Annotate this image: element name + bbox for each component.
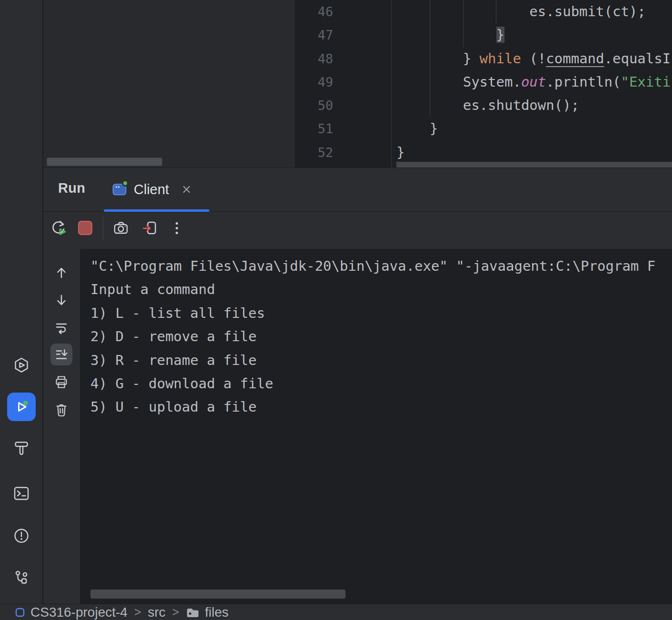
code-token: .println( bbox=[546, 74, 621, 90]
variable-token: command bbox=[546, 50, 604, 67]
stop-button[interactable] bbox=[75, 217, 96, 238]
version-control-icon bbox=[12, 569, 31, 588]
build-icon bbox=[12, 439, 31, 458]
console-line: 4) G - download a file bbox=[90, 372, 672, 395]
code-token: es.submit(ct); bbox=[396, 3, 646, 20]
code-token: .equalsI bbox=[604, 50, 671, 67]
code-line: } bbox=[396, 117, 672, 140]
code-token bbox=[396, 27, 496, 43]
services-icon bbox=[12, 356, 31, 375]
toolbar-divider bbox=[103, 217, 103, 240]
matched-brace: } bbox=[496, 27, 504, 43]
more-options-button[interactable] bbox=[166, 217, 187, 238]
code-token: es.shutdown(); bbox=[396, 97, 579, 113]
code-token: } bbox=[396, 50, 480, 67]
prev-occurrence-button[interactable] bbox=[50, 262, 72, 284]
terminal-icon bbox=[12, 484, 31, 503]
console-line: 5) U - upload a file bbox=[90, 395, 672, 419]
stop-icon bbox=[78, 221, 92, 235]
tool-window-stripe bbox=[0, 0, 43, 604]
active-tab-indicator bbox=[104, 209, 209, 212]
console-output[interactable]: "C:\Program Files\Java\jdk-20\bin\java.e… bbox=[80, 249, 672, 604]
print-icon bbox=[53, 374, 69, 390]
thread-dump-button[interactable] bbox=[110, 217, 131, 238]
breadcrumb-separator: > bbox=[134, 605, 141, 619]
clear-all-button[interactable] bbox=[50, 399, 72, 421]
editor-hscrollbar[interactable] bbox=[396, 162, 672, 167]
field-token: out bbox=[521, 74, 546, 90]
line-number: 49 bbox=[296, 70, 391, 94]
status-bar: CS316-project-4 > src > files bbox=[0, 604, 672, 620]
console-line: 1) L - list all files bbox=[90, 302, 672, 325]
tool-window-title: Run bbox=[58, 180, 85, 196]
ide-window: 46 47 48 49 50 51 52 es.submit(ct); } } … bbox=[0, 0, 672, 620]
line-number: 48 bbox=[296, 47, 391, 70]
breadcrumb-separator: > bbox=[172, 605, 179, 619]
attach-button[interactable] bbox=[139, 217, 160, 238]
code-token: } bbox=[396, 144, 405, 160]
print-button[interactable] bbox=[50, 371, 72, 393]
running-indicator bbox=[122, 180, 128, 187]
close-icon[interactable] bbox=[181, 184, 192, 195]
code-line: } bbox=[396, 141, 672, 161]
code-line: es.submit(ct); bbox=[396, 0, 672, 23]
tab-client[interactable]: Client bbox=[104, 168, 200, 211]
scroll-to-end-button[interactable] bbox=[50, 344, 72, 365]
sidebar-item-build[interactable] bbox=[12, 439, 31, 458]
sidebar-item-problems[interactable] bbox=[12, 526, 31, 545]
run-header: Run Client bbox=[43, 168, 672, 212]
console-line: 3) R - rename a file bbox=[90, 349, 672, 372]
next-occurrence-button[interactable] bbox=[50, 289, 72, 311]
breadcrumb-files[interactable]: files bbox=[205, 605, 228, 620]
folder-icon bbox=[186, 606, 200, 619]
tab-label: Client bbox=[134, 182, 169, 197]
clear-all-icon bbox=[53, 402, 69, 418]
editor-gutter[interactable]: 46 47 48 49 50 51 52 bbox=[296, 0, 392, 167]
line-number: 47 bbox=[296, 23, 391, 47]
scroll-to-end-icon bbox=[53, 346, 69, 363]
code-area[interactable]: es.submit(ct); } } while (!command.equal… bbox=[396, 0, 672, 161]
console-hscrollbar[interactable] bbox=[90, 590, 346, 599]
run-icon bbox=[12, 397, 31, 416]
client-window-icon bbox=[112, 182, 127, 197]
code-line: es.shutdown(); bbox=[396, 94, 672, 117]
line-number: 51 bbox=[296, 117, 391, 140]
sidebar-item-services[interactable] bbox=[12, 356, 31, 375]
console-line: "C:\Program Files\Java\jdk-20\bin\java.e… bbox=[90, 255, 672, 278]
breadcrumb-project[interactable]: CS316-project-4 bbox=[30, 605, 128, 620]
code-token: } bbox=[396, 120, 438, 137]
line-number: 46 bbox=[296, 0, 391, 23]
more-options-icon bbox=[176, 222, 178, 234]
sidebar-item-run[interactable] bbox=[7, 393, 36, 421]
code-token: System. bbox=[396, 74, 521, 90]
code-line: } bbox=[396, 23, 672, 47]
project-panel bbox=[43, 0, 295, 167]
project-panel-hscrollbar[interactable] bbox=[47, 157, 162, 166]
sidebar-item-terminal[interactable] bbox=[12, 484, 31, 503]
sidebar-item-version-control[interactable] bbox=[12, 569, 31, 588]
arrow-down-icon bbox=[53, 292, 69, 308]
soft-wrap-icon bbox=[53, 319, 69, 335]
thread-dump-icon bbox=[112, 219, 129, 236]
console-line: 2) D - remove a file bbox=[90, 325, 672, 348]
arrow-up-icon bbox=[53, 265, 69, 281]
rerun-button[interactable] bbox=[48, 217, 69, 238]
attach-icon bbox=[141, 219, 158, 236]
code-token: (! bbox=[521, 50, 546, 67]
line-number: 52 bbox=[296, 141, 391, 164]
rerun-icon bbox=[50, 219, 67, 236]
line-number: 50 bbox=[296, 94, 391, 117]
code-line: System.out.println("Exiti bbox=[396, 70, 672, 94]
console-line: Input a command bbox=[90, 278, 672, 301]
console-toolbar bbox=[43, 249, 80, 604]
keyword-token: while bbox=[480, 50, 521, 67]
code-line: } while (!command.equalsI bbox=[396, 47, 672, 70]
problems-icon bbox=[12, 526, 31, 545]
breadcrumb-src[interactable]: src bbox=[148, 605, 165, 620]
project-icon bbox=[15, 607, 25, 618]
string-token: "Exiti bbox=[621, 74, 671, 90]
run-tool-window: Run Client bbox=[43, 168, 672, 604]
soft-wrap-button[interactable] bbox=[50, 316, 72, 338]
code-editor[interactable]: 46 47 48 49 50 51 52 es.submit(ct); } } … bbox=[295, 0, 672, 167]
